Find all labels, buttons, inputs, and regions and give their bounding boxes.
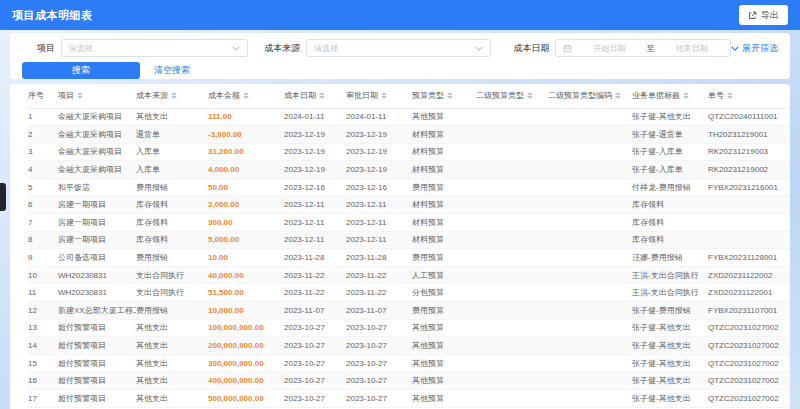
cell-no: 13: [28, 319, 58, 337]
cell-doc_no: [708, 231, 790, 249]
table-row[interactable]: 7房建一期项目库存领料300.002023-12-112023-12-11材料预…: [28, 214, 790, 232]
column-header-project[interactable]: 项目: [58, 84, 136, 108]
cell-doc_no: RK20231219002: [708, 161, 790, 179]
table-row[interactable]: 3金融大厦采购项目入库单31,200.002023-12-192023-12-1…: [28, 143, 790, 161]
project-select[interactable]: 请选择: [61, 39, 248, 57]
cell-doc_no: QTZC20231027002: [708, 372, 790, 390]
sort-icon[interactable]: [77, 92, 83, 99]
table-row[interactable]: 17超付预警项目其他支出500,000,000.002023-10-272023…: [28, 390, 790, 408]
cell-budget_type: 其他预算: [412, 354, 476, 372]
column-header-label: 预算类型: [412, 90, 444, 101]
column-header-doc_title[interactable]: 业务单据标题: [632, 84, 708, 108]
cell-amount: 10.00: [208, 249, 284, 267]
table-row[interactable]: 10WH20230831支出合同执行40,000.002023-11-22202…: [28, 266, 790, 284]
table-row[interactable]: 15超付预警项目其他支出300,000,000.002023-10-272023…: [28, 354, 790, 372]
table-row[interactable]: 13超付预警项目其他支出100,000,000.002023-10-272023…: [28, 319, 790, 337]
cost-date-range-input[interactable]: 开始日期 至 结束日期: [555, 39, 731, 57]
cell-source: 支出合同执行: [136, 266, 208, 284]
table-row[interactable]: 1金融大厦采购项目其他支出111.002024-01-112024-01-11其…: [28, 108, 790, 126]
column-header-cost_date[interactable]: 成本日期: [284, 84, 346, 108]
cell-doc_title: 付祥龙-费用报销: [632, 178, 708, 196]
cell-doc_no: QTZC20240111001: [708, 108, 790, 126]
cell-no: 9: [28, 249, 58, 267]
cell-budget_type: 其他预算: [412, 337, 476, 355]
cell-approval_date: 2023-12-19: [346, 161, 412, 179]
cell-no: 16: [28, 372, 58, 390]
top-bar: 项目成本明细表 导出: [0, 0, 800, 30]
table-row[interactable]: 14超付预警项目其他支出200,000,000.002023-10-272023…: [28, 337, 790, 355]
cell-project: 房建一期项目: [58, 231, 136, 249]
calendar-icon: [563, 39, 572, 57]
cell-doc_title: 张子健-其他支出: [632, 108, 708, 126]
cell-budget_type: 其他预算: [412, 372, 476, 390]
cell-doc_title: 库存领料: [632, 196, 708, 214]
search-button[interactable]: 搜索: [22, 62, 140, 79]
export-button[interactable]: 导出: [739, 5, 788, 25]
cell-project: WH20230831: [58, 284, 136, 302]
column-header-amount[interactable]: 成本金额: [208, 84, 284, 108]
table-row[interactable]: 4金融大厦采购项目入库单4,000.002023-12-192023-12-19…: [28, 161, 790, 179]
cell-doc_no: QTZC20231027002: [708, 390, 790, 408]
cell-amount: 51,500.00: [208, 284, 284, 302]
sort-icon[interactable]: [381, 92, 387, 99]
project-select-placeholder: 请选择: [69, 43, 93, 54]
cell-cost_date: 2023-11-28: [284, 249, 346, 267]
cell-project: 超付预警项目: [58, 319, 136, 337]
cell-doc_no: FYBX20231128001: [708, 249, 790, 267]
cell-doc_title: 库存领料: [632, 231, 708, 249]
cell-approval_date: 2023-12-19: [346, 126, 412, 144]
sort-icon[interactable]: [243, 92, 249, 99]
sort-icon[interactable]: [727, 92, 733, 99]
cell-project: 和平饭店: [58, 178, 136, 196]
chevron-down-icon: [232, 46, 240, 51]
cell-cost_date: 2023-11-22: [284, 284, 346, 302]
column-header-label: 业务单据标题: [632, 90, 680, 101]
cell-doc_title: 库存领料: [632, 214, 708, 232]
sort-icon[interactable]: [447, 92, 453, 99]
clear-search-link[interactable]: 清空搜索: [154, 64, 190, 77]
cell-amount: 100,000,000.00: [208, 319, 284, 337]
cell-sub_budget_code: [548, 337, 632, 355]
cell-cost_date: 2023-10-27: [284, 354, 346, 372]
column-header-sub_budget_type[interactable]: 二级预算类型: [476, 84, 548, 108]
table-row[interactable]: 5和平饭店费用报销50.002023-12-162023-12-16费用预算付祥…: [28, 178, 790, 196]
table-row[interactable]: 6房建一期项目库存领料2,000.002023-12-112023-12-11材…: [28, 196, 790, 214]
column-header-doc_no[interactable]: 单号: [708, 84, 790, 108]
table-row[interactable]: 16超付预警项目其他支出400,000,000.002023-10-272023…: [28, 372, 790, 390]
expand-filter-label: 展开筛选: [742, 42, 778, 55]
expand-filter-link[interactable]: 展开筛选: [731, 42, 778, 55]
column-header-source[interactable]: 成本来源: [136, 84, 208, 108]
column-header-sub_budget_code[interactable]: 二级预算类型编码: [548, 84, 632, 108]
table-row[interactable]: 8房建一期项目库存领料5,000.002023-12-112023-12-11材…: [28, 231, 790, 249]
cell-approval_date: 2023-10-27: [346, 354, 412, 372]
cell-sub_budget_code: [548, 390, 632, 408]
source-filter-label: 成本来源: [264, 42, 300, 55]
cell-amount: 111.00: [208, 108, 284, 126]
column-header-budget_type[interactable]: 预算类型: [412, 84, 476, 108]
cell-cost_date: 2023-12-11: [284, 214, 346, 232]
sort-icon[interactable]: [527, 92, 533, 99]
table-row[interactable]: 9公司备选项目费用报销10.002023-11-282023-11-28费用预算…: [28, 249, 790, 267]
cell-cost_date: 2023-12-11: [284, 231, 346, 249]
table-row[interactable]: 11WH20230831支出合同执行51,500.002023-11-22202…: [28, 284, 790, 302]
cell-sub_budget_code: [548, 284, 632, 302]
cell-budget_type: 人工预算: [412, 266, 476, 284]
cell-budget_type: 材料预算: [412, 231, 476, 249]
sort-icon[interactable]: [615, 92, 621, 99]
cell-approval_date: 2023-11-28: [346, 249, 412, 267]
source-select-placeholder: 请选择: [314, 43, 338, 54]
table-row[interactable]: 12新建XX总部大厦工程二期费用报销10,000.002023-11-07202…: [28, 302, 790, 320]
cell-sub_budget_type: [476, 390, 548, 408]
sort-icon[interactable]: [683, 92, 689, 99]
cell-sub_budget_code: [548, 143, 632, 161]
sort-icon[interactable]: [319, 92, 325, 99]
cell-project: 房建一期项目: [58, 214, 136, 232]
cell-sub_budget_type: [476, 178, 548, 196]
cell-doc_no: ZXD20231122002: [708, 266, 790, 284]
column-header-approval_date[interactable]: 审批日期: [346, 84, 412, 108]
cell-sub_budget_type: [476, 266, 548, 284]
table-row[interactable]: 2金融大厦采购项目退货单-3,000.002023-12-192023-12-1…: [28, 126, 790, 144]
side-drawer-handle[interactable]: [0, 183, 6, 211]
sort-icon[interactable]: [171, 92, 177, 99]
source-select[interactable]: 请选择: [306, 39, 491, 57]
